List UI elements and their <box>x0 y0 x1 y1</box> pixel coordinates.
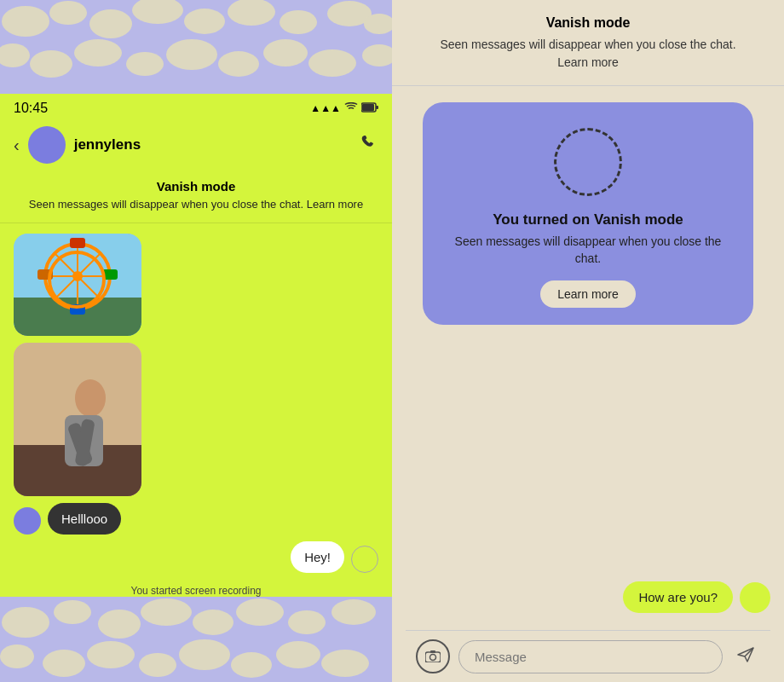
vanish-banner-left: Vanish mode Seen messages will disappear… <box>0 170 392 223</box>
svg-point-12 <box>74 39 122 66</box>
send-button[interactable] <box>731 643 760 671</box>
svg-point-43 <box>98 610 141 639</box>
svg-point-7 <box>280 10 317 34</box>
right-vanish-subtitle: Seen messages will disappear when you cl… <box>426 36 750 72</box>
right-chat-area: You turned on Vanish mode Seen messages … <box>392 85 784 682</box>
person-image <box>14 343 141 496</box>
svg-point-41 <box>2 607 49 638</box>
svg-point-56 <box>321 650 369 677</box>
back-button[interactable]: ‹ <box>14 136 20 155</box>
svg-point-51 <box>87 641 135 668</box>
svg-point-42 <box>54 600 91 624</box>
svg-point-5 <box>184 9 225 34</box>
wifi-icon <box>344 102 358 115</box>
top-squiggly-bg-left <box>0 0 392 94</box>
svg-point-16 <box>263 39 308 66</box>
svg-point-50 <box>43 650 85 677</box>
svg-point-11 <box>30 50 72 78</box>
vanish-title-left: Vanish mode <box>17 179 375 194</box>
svg-point-44 <box>141 598 192 626</box>
svg-rect-20 <box>362 104 374 111</box>
svg-point-46 <box>236 598 284 626</box>
sender-avatar-helllooo <box>14 507 41 535</box>
learn-more-button[interactable]: Learn more <box>540 280 636 308</box>
left-phone-panel: 10:45 ▲▲▲ ‹ jennylens <box>0 0 392 682</box>
image-message-person <box>14 343 141 496</box>
svg-point-14 <box>166 39 217 70</box>
svg-point-52 <box>139 653 176 677</box>
signal-icon: ▲▲▲ <box>310 102 341 114</box>
right-panel: Vanish mode Seen messages will disappear… <box>392 0 784 682</box>
call-button[interactable] <box>360 134 378 157</box>
svg-line-29 <box>55 253 101 299</box>
svg-point-47 <box>288 610 326 634</box>
status-bar: 10:45 ▲▲▲ <box>0 94 392 119</box>
svg-point-54 <box>231 652 272 678</box>
svg-point-55 <box>276 641 320 668</box>
status-icons: ▲▲▲ <box>310 102 378 115</box>
svg-point-15 <box>218 51 259 77</box>
svg-line-28 <box>55 253 101 299</box>
message-input[interactable] <box>458 640 723 673</box>
svg-point-1 <box>2 6 49 37</box>
dashed-circle-icon <box>554 128 622 196</box>
vanish-card-title: You turned on Vanish mode <box>448 211 728 228</box>
right-vanish-title: Vanish mode <box>426 15 750 31</box>
svg-point-53 <box>179 639 230 670</box>
how-are-you-row: How are you? <box>406 581 770 613</box>
svg-rect-33 <box>102 269 118 280</box>
input-bar <box>406 630 770 682</box>
message-bubble-helllooo: Helllooo <box>48 503 121 535</box>
username-label: jennylens <box>74 136 351 153</box>
image-message-ferris <box>14 234 141 336</box>
avatar <box>28 126 66 164</box>
message-row-helllooo: Helllooo <box>14 503 378 535</box>
sender-dot-green <box>740 582 770 613</box>
svg-point-75 <box>430 655 436 661</box>
svg-point-49 <box>0 644 34 668</box>
svg-rect-31 <box>70 304 85 315</box>
vanish-card-subtitle: Seen messages will disappear when you cl… <box>448 234 728 267</box>
svg-point-17 <box>308 49 356 77</box>
svg-point-3 <box>89 9 132 38</box>
svg-rect-32 <box>37 269 53 280</box>
svg-rect-21 <box>376 106 378 109</box>
svg-point-36 <box>75 379 106 417</box>
svg-point-45 <box>193 610 233 635</box>
svg-point-2 <box>49 1 87 25</box>
receiver-avatar-hey <box>351 546 378 573</box>
chat-header: ‹ jennylens <box>0 119 392 170</box>
svg-point-48 <box>331 599 376 625</box>
message-bubble-hey: Hey! <box>291 541 344 573</box>
right-messages: How are you? <box>406 342 770 630</box>
message-row-hey: Hey! <box>14 541 378 573</box>
how-are-you-bubble: How are you? <box>623 581 733 613</box>
battery-icon <box>361 102 378 115</box>
svg-rect-23 <box>14 298 141 336</box>
camera-button[interactable] <box>416 639 450 673</box>
chat-messages-left: Helllooo Hey! You started screen recordi… <box>0 223 392 626</box>
status-time: 10:45 <box>14 101 48 116</box>
ferris-wheel-image <box>14 234 141 336</box>
vanish-mode-card: You turned on Vanish mode Seen messages … <box>423 102 753 325</box>
phone-screen: 10:45 ▲▲▲ ‹ jennylens <box>0 94 392 597</box>
bottom-squiggly-bg-left <box>0 597 392 682</box>
svg-rect-76 <box>430 650 435 653</box>
svg-point-13 <box>126 52 164 76</box>
svg-point-25 <box>72 271 83 281</box>
vanish-subtitle-left: Seen messages will disappear when you cl… <box>17 197 375 212</box>
svg-rect-30 <box>70 238 85 248</box>
right-top-info: Vanish mode Seen messages will disappear… <box>392 0 784 86</box>
